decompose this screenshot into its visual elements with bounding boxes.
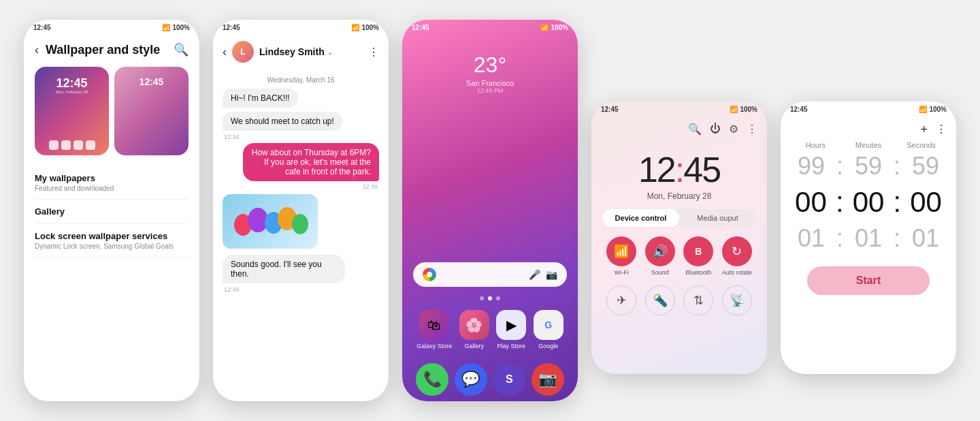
- message-row-1: Hi~! I'm BACK!!!: [213, 87, 389, 110]
- message-body: Wednesday, March 16 Hi~! I'm BACK!!! We …: [213, 68, 389, 294]
- lock-top-controls: 🔍 ⏻ ⚙ ⋮: [591, 117, 767, 136]
- battery-1: 100%: [172, 24, 190, 31]
- sync-control[interactable]: ⇅: [683, 285, 713, 315]
- timer-row-top: 99 : 59 : 59: [781, 149, 956, 183]
- msg-time-2: 12:34: [224, 134, 378, 140]
- bubble-left-4: Sounds good. I'll see you then.: [223, 255, 345, 283]
- weather-time: 12:45 PM: [402, 87, 578, 94]
- start-button[interactable]: Start: [807, 266, 930, 295]
- timer-bot-colon-1: :: [836, 224, 843, 253]
- timer-more-icon[interactable]: ⋮: [936, 123, 947, 137]
- timer-top-colon-2: :: [894, 152, 900, 181]
- timer-mid-minutes: 00: [844, 186, 894, 219]
- lock-background: 12:45 📶 100% 🔍 ⏻ ⚙ ⋮ 12:45 Mon, February…: [591, 102, 767, 374]
- menu-item-my-wallpapers[interactable]: My wallpapers Featured and downloaded: [35, 166, 189, 200]
- page-dots: [402, 296, 578, 300]
- status-icons-1: 📶 100%: [162, 24, 190, 31]
- phone-app-icon[interactable]: 📞: [416, 363, 448, 396]
- phone-timer: 12:45 📶 100% + ⋮ Hours Minutes Seconds 9…: [781, 102, 956, 374]
- timer-header: + ⋮: [781, 117, 956, 137]
- time-5: 12:45: [790, 106, 808, 113]
- time-3: 12:45: [412, 24, 429, 31]
- camera-search-icon[interactable]: 📷: [546, 269, 557, 280]
- timer-bot-hours: 01: [786, 224, 836, 253]
- time-2: 12:45: [223, 24, 240, 31]
- play-store-icon: ▶: [496, 310, 526, 340]
- google-icon: G: [534, 310, 564, 340]
- wp-app-icon-2: [61, 140, 71, 150]
- weather-widget: 23° San Francisco 12:45 PM: [402, 52, 578, 94]
- weather-location: San Francisco: [402, 79, 578, 87]
- timer-bot-seconds: 01: [900, 224, 951, 253]
- samsung-app-icon[interactable]: S: [493, 363, 525, 396]
- airplane-control[interactable]: ✈: [606, 285, 636, 315]
- lock-minute: 45: [683, 150, 720, 189]
- wallpaper-title: Wallpaper and style: [46, 43, 167, 57]
- tab-media-output[interactable]: Media ouput: [679, 209, 756, 227]
- app-gallery[interactable]: 🌸 Gallery: [459, 310, 489, 349]
- contact-name: Lindsey Smith: [259, 46, 325, 57]
- galaxy-store-icon: 🛍: [419, 310, 449, 340]
- search-icon-lock[interactable]: 🔍: [688, 123, 702, 136]
- lock-date: Mon, February 28: [591, 191, 767, 201]
- lock-tabs: Device control Media ouput: [602, 209, 756, 227]
- timer-row-bot: 01 : 01 : 01: [781, 221, 956, 255]
- timer-mid-seconds: 00: [901, 186, 951, 219]
- mic-icon[interactable]: 🎤: [529, 269, 540, 280]
- app-label-galaxy-store: Galaxy Store: [416, 343, 452, 349]
- wifi-control[interactable]: 📶 Wi-Fi: [606, 236, 636, 276]
- message-row-2: We should meet to catch up! 12:34: [213, 110, 389, 140]
- menu-sub-lock-screen: Dynamic Lock screen, Samsung Global Goal…: [35, 243, 189, 250]
- messages-app-icon[interactable]: 💬: [455, 363, 487, 396]
- battery-3: 100%: [551, 24, 568, 31]
- menu-item-lock-screen[interactable]: Lock screen wallpaper services Dynamic L…: [35, 224, 189, 258]
- settings-icon-lock[interactable]: ⚙: [729, 123, 738, 136]
- status-bar-2: 12:45 📶 100%: [213, 20, 389, 35]
- menu-sub-my-wallpapers: Featured and downloaded: [35, 185, 189, 192]
- search-button-1[interactable]: 🔍: [174, 42, 189, 57]
- wifi-icon-5: 📶: [919, 106, 927, 113]
- menu-title-my-wallpapers: My wallpapers: [35, 173, 189, 183]
- sound-control[interactable]: 🔊 Sound: [645, 236, 675, 276]
- more-options-button[interactable]: ⋮: [368, 46, 379, 59]
- home-apps-row: 🛍 Galaxy Store 🌸 Gallery ▶ Play Store G …: [402, 305, 578, 355]
- wifi-icon-3: 📶: [540, 24, 549, 31]
- wallpaper-thumb-left[interactable]: 12:45 Mon, February 28: [35, 67, 109, 155]
- quick-controls-row1: 📶 Wi-Fi 🔊 Sound B Bluetooth ↻ Auto rotat…: [591, 227, 767, 280]
- wp-app-icon-3: [74, 140, 83, 150]
- add-timer-icon[interactable]: +: [920, 123, 928, 137]
- more-icon-lock[interactable]: ⋮: [747, 123, 757, 136]
- wifi-label: Wi-Fi: [615, 269, 629, 276]
- app-label-google: Google: [538, 343, 558, 349]
- chevron-down-icon: ⌄: [327, 48, 333, 56]
- phone-lock: 12:45 📶 100% 🔍 ⏻ ⚙ ⋮ 12:45 Mon, February…: [591, 102, 767, 374]
- back-button-2[interactable]: ‹: [223, 45, 227, 59]
- tab-device-control[interactable]: Device control: [602, 209, 679, 227]
- wallpaper-thumb-right[interactable]: 12:45: [114, 67, 189, 155]
- camera-app-icon[interactable]: 📷: [532, 363, 564, 396]
- contact-avatar: L: [232, 41, 254, 63]
- sound-label: Sound: [651, 269, 669, 276]
- msg-time-4: 12:40: [224, 286, 378, 293]
- time-1: 12:45: [33, 24, 51, 31]
- lock-hour: 12: [638, 150, 675, 189]
- auto-rotate-control[interactable]: ↻ Auto rotate: [722, 236, 752, 276]
- message-date-label: Wednesday, March 16: [213, 71, 389, 87]
- menu-item-gallery[interactable]: Gallery: [35, 200, 189, 224]
- app-google[interactable]: G Google: [534, 310, 564, 349]
- dot-1: [480, 296, 484, 300]
- dot-2: [488, 296, 492, 300]
- lock-colon: :: [675, 150, 683, 189]
- bluetooth-control[interactable]: B Bluetooth: [683, 236, 713, 276]
- timer-top-hours: 99: [786, 152, 836, 181]
- app-galaxy-store[interactable]: 🛍 Galaxy Store: [416, 310, 452, 349]
- wp-time-left: 12:45: [35, 76, 109, 91]
- search-bar[interactable]: 🎤 📷: [413, 262, 567, 287]
- back-button-1[interactable]: ‹: [35, 43, 39, 57]
- power-icon-lock[interactable]: ⏻: [710, 123, 721, 136]
- rss-control[interactable]: 📡: [722, 285, 752, 315]
- status-bar-1: 12:45 📶 100%: [24, 20, 199, 35]
- flashlight-control[interactable]: 🔦: [645, 285, 675, 315]
- status-bar-5: 12:45 📶 100%: [781, 102, 956, 117]
- app-play-store[interactable]: ▶ Play Store: [496, 310, 526, 349]
